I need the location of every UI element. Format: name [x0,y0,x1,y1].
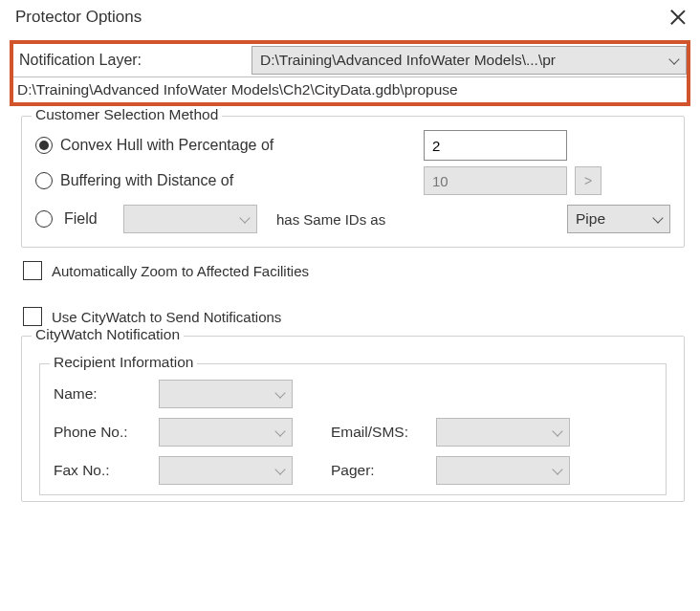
chevron-down-icon [274,464,288,477]
email-dropdown[interactable] [436,418,570,447]
name-label: Name: [54,385,159,403]
recipient-info-title: Recipient Information [50,354,197,371]
citywatch-notification-group: CityWatch Notification Recipient Informa… [21,336,685,502]
use-citywatch-label: Use CityWatch to Send Notifications [52,309,281,325]
has-same-ids-label: has Same IDs as [276,211,385,228]
citywatch-title: CityWatch Notification [32,326,184,343]
same-ids-dropdown[interactable]: Pipe [567,205,670,233]
same-ids-value: Pipe [576,210,648,228]
pager-label: Pager: [331,462,436,479]
radio-field[interactable] [35,210,53,228]
radio-convex-hull[interactable] [35,137,53,154]
fax-dropdown[interactable] [159,456,293,485]
field-dropdown[interactable] [123,205,257,233]
notification-layer-highlight: Notification Layer: D:\Training\Advanced… [10,40,690,106]
notification-layer-dropdown[interactable]: D:\Training\Advanced InfoWater Models\..… [252,46,687,75]
notification-layer-fullpath: D:\Training\Advanced InfoWater Models\Ch… [13,76,687,102]
convex-hull-label: Convex Hull with Percentage of [60,137,424,154]
field-label: Field [64,210,112,228]
notification-layer-value: D:\Training\Advanced InfoWater Models\..… [260,52,665,69]
chevron-down-icon [552,426,565,439]
use-citywatch-checkbox[interactable] [23,307,42,326]
name-dropdown[interactable] [159,380,293,408]
greater-than-button[interactable]: > [575,166,602,195]
chevron-down-icon [239,212,252,226]
csm-title: Customer Selection Method [32,106,222,123]
customer-selection-method-group: Customer Selection Method Convex Hull wi… [21,116,685,248]
recipient-info-group: Recipient Information Name: Phone No.: E… [39,363,667,495]
pager-dropdown[interactable] [436,456,570,485]
dialog-title: Protector Options [15,8,142,27]
chevron-down-icon [668,54,682,67]
close-icon[interactable] [669,9,687,26]
buffering-distance-input: 10 [424,166,567,195]
email-label: Email/SMS: [331,424,436,441]
chevron-down-icon [652,212,666,226]
chevron-down-icon [274,387,288,401]
chevron-down-icon [274,426,288,439]
notification-layer-label: Notification Layer: [17,52,252,69]
buffering-label: Buffering with Distance of [60,172,424,189]
auto-zoom-label: Automatically Zoom to Affected Facilitie… [52,263,309,279]
phone-dropdown[interactable] [159,418,293,447]
auto-zoom-checkbox[interactable] [23,261,42,280]
fax-label: Fax No.: [54,462,159,479]
chevron-down-icon [552,464,565,477]
convex-hull-percent-input[interactable] [424,130,567,161]
phone-label: Phone No.: [54,424,159,441]
radio-buffering[interactable] [35,172,53,189]
